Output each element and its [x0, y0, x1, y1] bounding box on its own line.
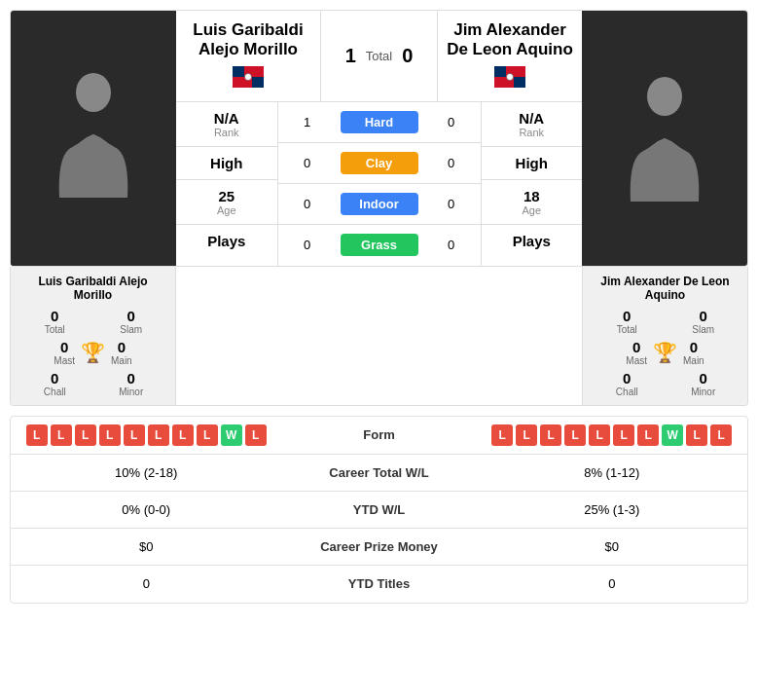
- player2-rank-label: Rank: [489, 127, 575, 138]
- career-wl-label: Career Total W/L: [282, 465, 477, 480]
- form-badge: L: [686, 424, 707, 446]
- ytd-wl-label: YTD W/L: [282, 502, 477, 517]
- player1-mast-cell: 0 Mast: [54, 339, 75, 366]
- player2-center-stats: N/A Rank High 18 Age Plays: [482, 102, 583, 266]
- svg-point-0: [76, 73, 111, 112]
- player1-age-val: 25: [184, 188, 270, 204]
- form-badges-right: LLLLLLLWLL: [477, 417, 748, 454]
- ytd-titles-label: YTD Titles: [282, 576, 477, 591]
- form-badge: L: [51, 424, 72, 446]
- player1-photo: [11, 11, 176, 266]
- svg-point-17: [507, 73, 514, 80]
- svg-rect-7: [233, 77, 244, 88]
- player2-chall-cell: 0 Chall: [591, 370, 664, 397]
- form-badge: L: [148, 424, 169, 446]
- form-badge: L: [540, 424, 561, 446]
- main-container: Luis Garibaldi Alejo Morillo: [0, 0, 758, 613]
- court-indoor-row: 0 Indoor 0: [278, 184, 481, 225]
- player2-rank-box: N/A Rank: [482, 102, 583, 147]
- form-badge: L: [26, 424, 48, 446]
- form-badge: L: [172, 424, 194, 446]
- ytd-wl-left: 0% (0-0): [11, 495, 282, 525]
- svg-rect-8: [252, 66, 264, 77]
- player2-age-label: Age: [489, 204, 575, 216]
- player2-full-name: Jim Alexander De Leon Aquino: [591, 275, 740, 302]
- hard-bar: Hard: [341, 111, 418, 133]
- player2-age-box: 18 Age: [482, 180, 583, 225]
- player2-trophy-icon: 🏆: [653, 341, 677, 364]
- player2-high-val: High: [489, 155, 575, 171]
- court-grass-right: 0: [422, 234, 481, 256]
- court-clay-right: 0: [422, 152, 481, 174]
- svg-rect-14: [514, 77, 525, 88]
- clay-bar: Clay: [341, 152, 418, 174]
- svg-point-9: [245, 73, 252, 80]
- form-badge: L: [245, 424, 267, 446]
- player2-silhouette: [621, 75, 708, 202]
- player1-center-stats: N/A Rank High 25 Age Plays: [176, 102, 278, 266]
- player1-main-cell: 0 Main: [111, 339, 132, 366]
- form-badge: L: [613, 424, 634, 446]
- form-badge: L: [99, 424, 121, 446]
- court-hard-left: 1: [278, 111, 337, 133]
- ytd-wl-right: 25% (1-3): [477, 495, 748, 525]
- player2-age-val: 18: [489, 188, 575, 204]
- score-right: 0: [402, 45, 413, 67]
- grass-bar: Grass: [341, 234, 418, 256]
- player2-mast-cell: 0 Mast: [626, 339, 647, 366]
- player1-silhouette: [50, 71, 137, 198]
- form-badge: L: [564, 424, 586, 446]
- career-wl-row: 10% (2-18) Career Total W/L 8% (1-12): [11, 455, 747, 492]
- player1-score-grid: 0 Total 0 Slam: [18, 308, 167, 335]
- player1-age-box: 25 Age: [176, 180, 277, 225]
- indoor-bar: Indoor: [341, 193, 418, 215]
- score-left: 1: [345, 45, 356, 67]
- prize-row: $0 Career Prize Money $0: [11, 529, 747, 566]
- ytd-titles-left: 0: [11, 569, 282, 599]
- svg-point-18: [647, 77, 682, 116]
- form-badge: L: [124, 424, 145, 446]
- player1-rank-label: Rank: [184, 127, 270, 138]
- total-score-row: 1 Total 0: [321, 11, 438, 101]
- court-indoor-right: 0: [422, 193, 481, 215]
- court-clay-row: 0 Clay 0: [278, 143, 481, 184]
- player2-photo: [582, 11, 747, 266]
- form-badge: L: [710, 424, 732, 446]
- center-block: Luis Garibaldi Alejo Morillo: [176, 11, 582, 266]
- player2-slam-cell: 0 Slam: [668, 308, 740, 335]
- svg-rect-15: [494, 77, 506, 88]
- lower-player-strips: Luis Garibaldi Alejo Morillo 0 Total 0 S…: [10, 267, 748, 406]
- player1-full-name: Luis Garibaldi Alejo Morillo: [18, 275, 167, 302]
- ytd-titles-right: 0: [477, 569, 748, 599]
- player1-minor-cell: 0 Minor: [95, 370, 168, 397]
- player1-plays-val: Plays: [184, 233, 270, 249]
- svg-rect-6: [252, 77, 264, 88]
- player1-high-val: High: [184, 155, 270, 171]
- player2-form-badges: LLLLLLLWLL: [485, 424, 740, 446]
- courts-column: 1 Hard 0 0 Clay 0: [278, 102, 482, 266]
- career-wl-right: 8% (1-12): [477, 458, 748, 488]
- form-badge: W: [662, 424, 683, 446]
- player2-high-box: High: [482, 147, 583, 180]
- lower-center-spacer: [176, 267, 582, 405]
- court-hard-right: 0: [422, 111, 481, 133]
- player1-total-cell: 0 Total: [18, 308, 91, 335]
- player1-rank-val: N/A: [184, 110, 270, 127]
- player1-flag: [233, 66, 264, 92]
- bottom-stats-table: LLLLLLLLWL Form LLLLLLLWLL 10% (2-18) Ca…: [10, 416, 748, 604]
- player1-form-badges: LLLLLLLLWL: [18, 424, 274, 446]
- court-grass-left: 0: [278, 234, 337, 256]
- player1-high-box: High: [176, 147, 277, 180]
- career-wl-left: 10% (2-18): [11, 458, 282, 488]
- player2-minor-cell: 0 Minor: [668, 370, 740, 397]
- player2-plays-val: Plays: [489, 233, 575, 249]
- player2-score-grid2: 0 Chall 0 Minor: [591, 370, 740, 397]
- player1-plays-box: Plays: [176, 225, 277, 257]
- player1-trophy-row: 0 Mast 🏆 0 Main: [18, 339, 167, 366]
- player2-flag: [494, 66, 525, 92]
- player-names-row: Luis Garibaldi Alejo Morillo: [176, 11, 582, 102]
- player1-rank-box: N/A Rank: [176, 102, 277, 147]
- player1-lower-strip: Luis Garibaldi Alejo Morillo 0 Total 0 S…: [11, 267, 176, 405]
- player2-name: Jim Alexander De Leon Aquino: [447, 20, 573, 60]
- prize-left: $0: [11, 532, 282, 562]
